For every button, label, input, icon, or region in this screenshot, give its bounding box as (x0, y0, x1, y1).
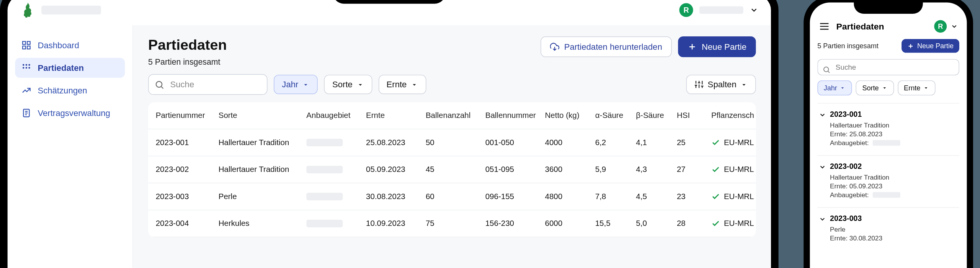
cell-hsi: 28 (677, 219, 711, 228)
page-title: Partiedaten (148, 36, 227, 53)
cell-pnum: 2023-001 (156, 138, 219, 147)
check-icon (711, 219, 720, 228)
brand-name-placeholder (41, 5, 101, 14)
cell-pnum: 2023-002 (156, 165, 219, 174)
user-name-placeholder (699, 6, 743, 14)
phone-screen: Partiedaten R 5 Partien insgesamt Neue P… (810, 3, 967, 268)
tablet-notch (333, 0, 446, 4)
cell-beta: 4,3 (636, 165, 677, 174)
phone-device: Partiedaten R 5 Partien insgesamt Neue P… (804, 0, 973, 268)
cell-net: 6000 (545, 219, 595, 228)
tablet-screen: R Dashboard Partiedaten Schätzungen (8, 0, 771, 268)
columns-button[interactable]: Spalten (686, 75, 756, 94)
search-input[interactable] (148, 74, 268, 95)
mobile-card-harvest: Ernte: 05.09.2023 (830, 182, 957, 190)
avatar: R (679, 3, 693, 16)
new-partie-button[interactable]: Neue Partie (678, 36, 756, 57)
table-row[interactable]: 2023-003Perle30.08.202360096-15548007,84… (148, 183, 756, 211)
th-ernte[interactable]: Ernte (366, 111, 426, 120)
avatar: R (934, 20, 947, 33)
mobile-filter-variety[interactable]: Sorte (856, 80, 894, 95)
mobile-card-variety: Hallertauer Tradition (830, 121, 957, 129)
mobile-search-input[interactable] (817, 59, 959, 75)
cell-area (306, 139, 366, 146)
new-partie-label: Neue Partie (702, 42, 746, 52)
mobile-card-variety: Hallertauer Tradition (830, 173, 957, 181)
filter-variety-label: Sorte (332, 80, 353, 89)
chevron-down-icon (819, 111, 826, 119)
cell-harvest: 05.09.2023 (366, 165, 426, 174)
sidebar-item-dashboard[interactable]: Dashboard (15, 35, 125, 55)
mobile-card-area: Anbaugebiet: (830, 139, 957, 146)
svg-point-8 (26, 67, 27, 69)
caret-down-icon (356, 81, 364, 88)
user-menu[interactable]: R (679, 3, 758, 16)
filter-year-label: Jahr (282, 80, 298, 89)
download-button[interactable]: Partiedaten herunterladen (540, 36, 671, 57)
cell-area (306, 220, 366, 227)
sidebar-item-vertragsverwaltung[interactable]: Vertragsverwaltung (15, 103, 125, 123)
check-icon (711, 138, 720, 147)
table-row[interactable]: 2023-002Hallertauer Tradition05.09.20234… (148, 156, 756, 183)
sidebar-item-label: Schätzungen (38, 86, 87, 95)
th-anbaugebiet[interactable]: Anbaugebiet (306, 111, 366, 120)
caret-down-icon (302, 81, 310, 88)
mobile-filter-year[interactable]: Jahr (817, 80, 852, 95)
th-ballenanzahl[interactable]: Ballenanzahl (426, 111, 485, 120)
grid-dots-icon (21, 63, 31, 73)
mobile-card[interactable]: 2023-002Hallertauer TraditionErnte: 05.0… (817, 155, 959, 207)
plus-icon (687, 42, 697, 52)
mobile-header: Partiedaten R (810, 16, 967, 39)
cell-harvest: 30.08.2023 (366, 192, 426, 201)
svg-rect-1 (27, 41, 30, 44)
svg-point-9 (28, 67, 30, 69)
filter-year[interactable]: Jahr (274, 75, 318, 94)
check-icon (711, 165, 720, 174)
th-netto[interactable]: Netto (kg) (545, 111, 595, 120)
mobile-new-partie-button[interactable]: Neue Partie (902, 39, 959, 53)
svg-point-4 (23, 64, 24, 65)
th-alpha[interactable]: α-Säure (595, 111, 636, 120)
svg-point-32 (824, 67, 828, 72)
cloud-download-icon (550, 42, 559, 52)
th-hsi[interactable]: HSI (677, 111, 711, 120)
mobile-user-menu[interactable]: R (934, 20, 958, 33)
search-icon (154, 79, 164, 89)
caret-down-icon (881, 85, 887, 91)
mobile-card[interactable]: 2023-001Hallertauer TraditionErnte: 25.0… (817, 103, 959, 155)
table-row[interactable]: 2023-001Hallertauer Tradition25.08.20235… (148, 129, 756, 157)
chart-line-icon (21, 85, 31, 95)
th-partienummer[interactable]: Partienummer (156, 111, 219, 120)
filter-harvest-label: Ernte (386, 80, 407, 89)
brand[interactable] (20, 2, 101, 17)
filter-harvest[interactable]: Ernte (378, 75, 426, 94)
svg-line-33 (828, 71, 830, 73)
cell-net: 3600 (545, 165, 595, 174)
caret-down-icon (740, 81, 748, 88)
sidebar-item-partiedaten[interactable]: Partiedaten (15, 58, 125, 78)
table-row[interactable]: 2023-004Herkules10.09.202375156-23060001… (148, 210, 756, 237)
mobile-filter-harvest[interactable]: Ernte (898, 80, 936, 95)
th-beta[interactable]: β-Säure (636, 111, 677, 120)
cell-pnum: 2023-004 (156, 219, 219, 228)
cell-bales: 60 (426, 192, 485, 201)
cell-plant: EU-MRL (711, 192, 756, 201)
th-ballennummer[interactable]: Ballennummer (485, 111, 545, 120)
menu-icon[interactable] (819, 21, 830, 32)
svg-point-5 (26, 64, 27, 65)
th-sorte[interactable]: Sorte (219, 111, 307, 120)
sliders-icon (694, 80, 704, 89)
th-pflanzenschutz[interactable]: Pflanzensch (711, 111, 756, 120)
filter-variety[interactable]: Sorte (324, 75, 372, 94)
cell-balenum: 156-230 (485, 219, 545, 228)
cell-variety: Perle (219, 192, 307, 201)
mobile-card-pnum: 2023-002 (830, 162, 957, 171)
cell-bales: 75 (426, 219, 485, 228)
cell-balenum: 001-050 (485, 138, 545, 147)
search-icon (822, 65, 830, 74)
sidebar-item-schaetzungen[interactable]: Schätzungen (15, 80, 125, 100)
table-header-row: Partienummer Sorte Anbaugebiet Ernte Bal… (148, 102, 756, 129)
mobile-card[interactable]: 2023-003PerleErnte: 30.08.2023 (817, 207, 959, 250)
svg-point-7 (23, 67, 24, 69)
svg-rect-0 (23, 41, 26, 44)
